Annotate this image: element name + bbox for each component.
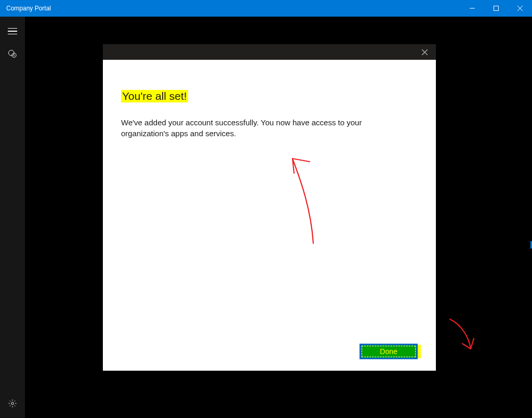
svg-text:?: ? (14, 54, 15, 57)
gear-icon (8, 399, 17, 408)
hamburger-menu-button[interactable] (0, 20, 25, 43)
minimize-button[interactable] (460, 0, 484, 17)
close-icon (517, 6, 523, 11)
sidebar: ? (0, 17, 25, 418)
dialog-message: We've added your account successfully. Y… (121, 117, 404, 139)
hamburger-icon (8, 28, 17, 35)
app-body: ? You're all set! We've added you (0, 17, 532, 418)
sidebar-help-button[interactable]: ? (0, 43, 25, 66)
dialog-body: You're all set! We've added your account… (103, 60, 436, 371)
done-button[interactable]: Done (360, 344, 418, 359)
minimize-icon (470, 6, 475, 11)
dialog-heading: You're all set! (121, 90, 188, 102)
window-controls (460, 0, 532, 17)
maximize-icon (494, 6, 499, 11)
content-area: You're all set! We've added your account… (25, 17, 532, 418)
sidebar-settings-button[interactable] (0, 392, 25, 415)
help-chat-icon: ? (8, 49, 17, 59)
annotation-arrow-message (269, 152, 331, 246)
svg-point-4 (11, 402, 14, 405)
svg-rect-0 (494, 6, 499, 11)
maximize-button[interactable] (484, 0, 508, 17)
dialog-header (103, 44, 436, 60)
dialog-close-button[interactable] (418, 46, 431, 58)
dialog-footer: Done (121, 344, 418, 359)
annotation-arrow-done (441, 317, 482, 358)
close-button[interactable] (508, 0, 532, 17)
app-title: Company Portal (6, 5, 51, 12)
close-icon (422, 49, 428, 55)
window-title-bar: Company Portal (0, 0, 532, 17)
account-setup-dialog: You're all set! We've added your account… (103, 44, 436, 371)
